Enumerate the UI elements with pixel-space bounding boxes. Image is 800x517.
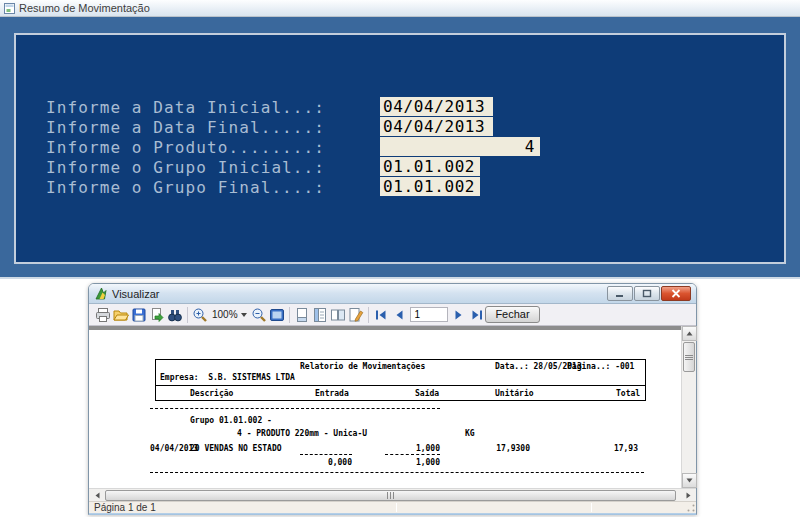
find-button[interactable] [166,306,184,324]
scroll-right-button[interactable] [681,490,695,501]
preview-area: Relatorio de Movimentações Data..: 28/05… [89,326,696,488]
open-icon [113,307,129,323]
first-page-button[interactable] [372,306,390,324]
col-total: Total [616,389,640,398]
window-title: Resumo de Movimentação [19,2,150,14]
arrow-right-icon [686,492,691,499]
report-company: Empresa: S.B. SISTEMAS LTDA [160,373,295,382]
export-button[interactable] [148,306,166,324]
window-title: Visualizar [112,288,160,300]
grip-icon [685,354,693,361]
vertical-scrollbar[interactable] [681,326,696,488]
whole-page-button[interactable] [268,306,286,324]
total-entrada: 0,000 [301,458,352,467]
zoom-in-button[interactable] [191,306,209,324]
grip-icon [386,492,395,499]
next-page-button[interactable] [450,306,468,324]
prev-page-button[interactable] [390,306,408,324]
save-button[interactable] [130,306,148,324]
toolbar-separator [289,307,290,323]
close-button[interactable] [661,286,691,301]
status-bar: Página 1 de 1 [89,501,696,513]
zoom-select[interactable]: 100% [209,309,250,320]
scroll-down-button[interactable] [682,473,697,488]
page-view-button[interactable] [293,306,311,324]
last-page-icon [470,308,484,322]
save-icon [131,307,147,323]
col-entrada: Entrada [315,389,349,398]
resumo-window: Resumo de Movimentação Informe a Data In… [0,0,800,279]
visualizar-window: Visualizar [88,283,697,515]
export-icon [149,307,165,323]
preview-toolbar: 100% 1 [89,304,696,326]
form-row: Informe o Grupo Final....: 01.01.002 [16,178,784,198]
data-inicial-label: Informe a Data Inicial...: [46,98,325,117]
resumo-titlebar[interactable]: Resumo de Movimentação [0,0,800,17]
status-divider [591,503,592,512]
status-divider [396,503,397,512]
fechar-button[interactable]: Fechar [485,306,540,323]
page-width-icon [312,307,328,323]
scroll-up-button[interactable] [682,326,697,341]
toolbar-separator [187,307,188,323]
zoom-out-icon [251,307,267,323]
window-controls [607,286,691,301]
minimize-icon [615,289,625,298]
zoom-in-icon [192,307,208,323]
movement-total: 17,93 [587,444,638,453]
divider [300,454,352,455]
next-page-icon [452,308,466,322]
horizontal-scroll-thumb[interactable] [105,490,676,501]
col-saida: Saída [415,389,439,398]
data-inicial-field[interactable]: 04/04/2013 [380,97,493,116]
produto-field[interactable]: 4 [380,137,540,156]
close-icon [671,289,681,298]
first-page-icon [374,308,388,322]
grupo-inicial-field[interactable]: 01.01.002 [380,157,480,176]
print-button[interactable] [94,306,112,324]
zoom-out-button[interactable] [250,306,268,324]
page-width-button[interactable] [311,306,329,324]
toolbar-separator [368,307,369,323]
window-frame: Informe a Data Inicial...: 04/04/2013 In… [0,17,800,279]
last-page-button[interactable] [468,306,486,324]
form-icon [4,3,15,14]
grupo-final-field[interactable]: 01.01.002 [380,177,480,196]
zoom-value: 100% [212,309,238,320]
visualizar-titlebar[interactable]: Visualizar [89,284,696,304]
col-descricao: Descrição [190,389,233,398]
two-pages-icon [330,307,346,323]
horizontal-scrollbar[interactable] [89,488,696,501]
total-saida: 1,000 [389,458,440,467]
form-row: Informe a Data Inicial...: 04/04/2013 [16,98,784,118]
divider [150,408,440,409]
page-setup-button[interactable] [347,306,365,324]
find-icon [167,307,183,323]
col-unitario: Unitário [495,389,534,398]
maximize-button[interactable] [634,286,660,301]
maximize-icon [642,289,652,298]
open-button[interactable] [112,306,130,324]
report-title: Relatorio de Movimentações [300,362,425,371]
prev-page-icon [392,308,406,322]
scroll-left-button[interactable] [90,490,104,501]
divider [150,472,644,473]
page-number-input[interactable]: 1 [410,307,448,322]
data-final-label: Informe a Data Final.....: [46,118,325,137]
vertical-scroll-thumb[interactable] [683,342,695,372]
divider [385,454,440,455]
report-content: Relatorio de Movimentações Data..: 28/05… [89,326,696,488]
form-panel: Informe a Data Inicial...: 04/04/2013 In… [14,33,786,264]
data-final-field[interactable]: 04/04/2013 [380,117,493,136]
grupo-inicial-label: Informe o Grupo Inicial..: [46,158,325,177]
movement-description: 20 VENDAS NO ESTADO [190,444,282,453]
report-product: 4 - PRODUTO 220mm - Unica-U [237,429,367,438]
grupo-final-label: Informe o Grupo Final....: [46,178,325,197]
resize-grip-icon[interactable] [687,504,695,512]
minimize-button[interactable] [607,286,633,301]
form-row: Informe o Produto........: 4 [16,138,784,158]
two-pages-button[interactable] [329,306,347,324]
page-view-icon [294,307,310,323]
page-setup-icon [348,307,364,323]
form-row: Informe a Data Final.....: 04/04/2013 [16,118,784,138]
